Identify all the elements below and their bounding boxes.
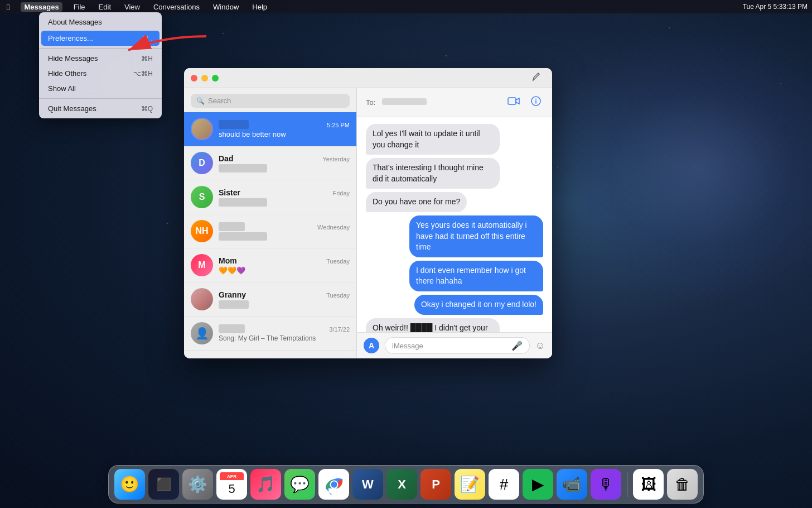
bubble-6: Okay i changed it on my end lolo! (414, 295, 543, 315)
menubar-time: Tue Apr 5 5:33:13 PM (743, 3, 808, 11)
conv-header-mom: Mom Tuesday (219, 256, 350, 265)
podcasts-icon: 🎙 (598, 475, 614, 493)
menu-show-all[interactable]: Show All (39, 81, 162, 96)
conv-time-sister: Friday (332, 190, 350, 197)
conv-name-blurred (219, 120, 249, 129)
compose-button[interactable] (532, 73, 541, 84)
menubar-view[interactable]: View (122, 3, 142, 11)
bubble-4: Yes yours does it automatically i have h… (409, 215, 543, 257)
conv-avatar-granny (191, 288, 213, 310)
message-6: Okay i changed it on my end lolo! (366, 295, 543, 315)
dock-chrome[interactable] (318, 469, 349, 500)
menu-hide-messages[interactable]: Hide Messages ⌘H (39, 51, 162, 66)
conv-header-sister: Sister Friday (219, 188, 350, 197)
word-icon: W (362, 477, 374, 492)
app-store-button[interactable]: A (364, 338, 379, 353)
bubble-1: Lol yes I'll wait to update it until you… (366, 124, 500, 155)
message-3: Do you have one for me? (366, 192, 543, 212)
conv-name-granny: Granny (219, 290, 246, 299)
minimize-button[interactable] (201, 75, 208, 82)
conv-name-unknown (219, 324, 245, 333)
menu-quit-messages[interactable]: Quit Messages ⌘Q (39, 101, 162, 116)
dock-messages[interactable]: 💬 (284, 469, 315, 500)
music-icon: 🎵 (256, 475, 276, 493)
menubar-window[interactable]: Window (211, 3, 241, 11)
conv-info-sister: Sister Friday (219, 188, 350, 207)
menubar-messages[interactable]: Messages (21, 2, 62, 12)
conv-item-sister[interactable]: S Sister Friday (184, 180, 356, 214)
message-7: Oh weird!! ████ I didn't get your "invit… (366, 318, 543, 332)
preferences-shortcut: ⌘ , (142, 35, 153, 42)
info-button[interactable] (529, 94, 543, 111)
close-button[interactable] (191, 75, 197, 82)
conv-time-dad: Yesterday (322, 156, 350, 162)
conv-item-active[interactable]: 5:25 PM should be better now (184, 112, 356, 146)
maximize-button[interactable] (212, 75, 219, 82)
dock-powerpoint[interactable]: P (420, 469, 451, 500)
dock-calendar[interactable]: APR 5 (216, 469, 247, 500)
conversations-list: 5:25 PM should be better now D Dad Yeste… (184, 112, 356, 358)
message-2: That's interesting I thought mine did it… (366, 158, 543, 189)
emoji-button[interactable]: ☺ (535, 340, 545, 352)
conv-info-nh: Wednesday (219, 222, 350, 241)
chat-header: To: (357, 88, 552, 117)
conv-header-dad: Dad Yesterday (219, 154, 350, 163)
to-label: To: (366, 98, 375, 107)
search-bar[interactable]: 🔍 Search (191, 94, 350, 108)
zoom-icon: 📹 (562, 475, 582, 493)
dock-excel[interactable]: X (386, 469, 417, 500)
conv-name-active (219, 120, 249, 129)
dock-photos[interactable]: 🖼 (633, 469, 664, 500)
svg-point-8 (331, 481, 337, 487)
conv-time-granny: Tuesday (326, 292, 350, 299)
menubar-conversations[interactable]: Conversations (151, 3, 202, 11)
messages-window: 🔍 Search (184, 68, 552, 358)
conv-item-mom[interactable]: M Mom Tuesday 🧡🧡💜 (184, 248, 356, 282)
dock-launchpad[interactable]: ⬛ (148, 469, 179, 500)
conv-name-sister: Sister (219, 188, 240, 197)
conv-preview-granny (219, 300, 350, 309)
imessage-input-box[interactable]: iMessage 🎤 (385, 337, 530, 354)
messages-menu-dropdown: About Messages Preferences... ⌘ , Hide M… (39, 12, 162, 118)
dock-system-prefs[interactable]: ⚙️ (182, 469, 213, 500)
video-call-button[interactable] (505, 94, 522, 111)
menubar-file[interactable]: File (71, 3, 88, 11)
trash-icon: 🗑 (675, 475, 690, 493)
menu-hide-others[interactable]: Hide Others ⌥⌘H (39, 66, 162, 81)
dock-trash[interactable]: 🗑 (667, 469, 698, 500)
search-placeholder: Search (208, 97, 231, 105)
menu-preferences[interactable]: Preferences... ⌘ , (41, 31, 160, 46)
apple-menu[interactable]:  (4, 2, 12, 12)
dock-slack[interactable]: # (489, 469, 519, 500)
dock-notes[interactable]: 📝 (455, 469, 485, 500)
menubar-edit[interactable]: Edit (96, 3, 113, 11)
dock-zoom[interactable]: 📹 (557, 469, 587, 500)
menu-about-messages[interactable]: About Messages (39, 15, 162, 30)
notes-icon: 📝 (460, 475, 480, 493)
chrome-icon (323, 474, 345, 495)
conv-time-active: 5:25 PM (327, 122, 350, 128)
dock-word[interactable]: W (352, 469, 383, 500)
dock-spotify[interactable]: ▶ (523, 469, 553, 500)
conv-item-unknown[interactable]: 👤 3/17/22 Song: My Girl – The Temptation… (184, 317, 356, 351)
dock-separator (627, 472, 627, 497)
conv-preview-dad (219, 164, 350, 172)
calendar-day-label: 5 (228, 482, 235, 496)
conv-item-granny[interactable]: Granny Tuesday (184, 282, 356, 317)
conv-item-nh[interactable]: NH Wednesday (184, 214, 356, 248)
conv-name-mom: Mom (219, 256, 237, 265)
conv-header-active: 5:25 PM (219, 120, 350, 129)
conv-header-unknown: 3/17/22 (219, 324, 350, 333)
dock-music[interactable]: 🎵 (250, 469, 281, 500)
dock-podcasts[interactable]: 🎙 (591, 469, 621, 500)
chat-input-area: A iMessage 🎤 ☺ (357, 332, 552, 358)
menubar-help[interactable]: Help (250, 3, 269, 11)
dock-finder[interactable]: 🙂 (114, 469, 145, 500)
audio-input-button[interactable]: 🎤 (511, 341, 523, 351)
desktop:  Messages File Edit View Conversations … (0, 0, 812, 508)
menu-separator-2 (39, 98, 162, 99)
conv-item-dad[interactable]: D Dad Yesterday (184, 146, 356, 180)
quit-shortcut: ⌘Q (141, 105, 153, 113)
conv-avatar-active (191, 118, 213, 140)
chat-area: To: (357, 88, 552, 358)
